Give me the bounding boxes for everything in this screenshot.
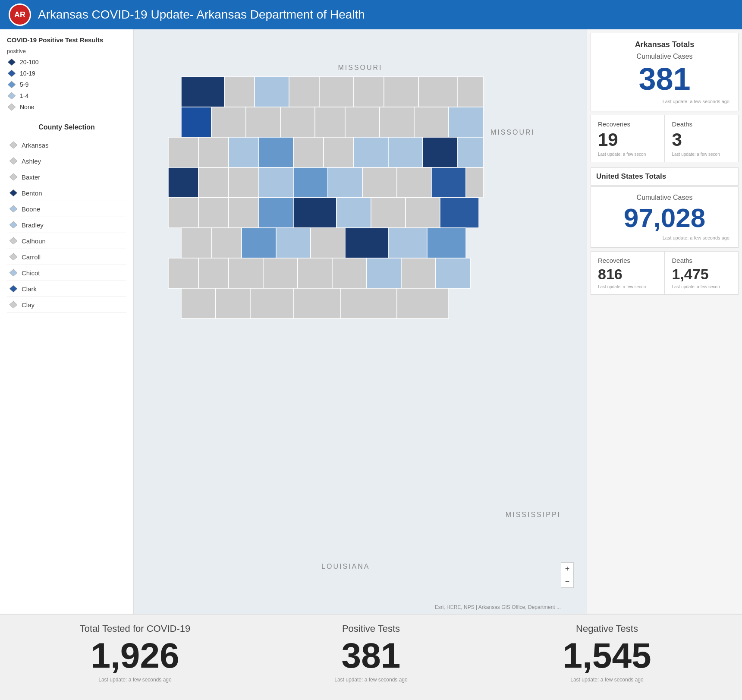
- svg-marker-27: [211, 107, 246, 137]
- svg-marker-14: [9, 285, 17, 292]
- svg-marker-40: [324, 137, 354, 167]
- legend-swatch: [7, 103, 16, 111]
- legend-label: 10-19: [20, 70, 35, 77]
- county-list-item[interactable]: Clark: [7, 281, 126, 297]
- svg-marker-54: [466, 167, 483, 198]
- svg-marker-2: [8, 81, 16, 88]
- map-area: MISSOURI MISSOURI MISSISSIPPI LOUISIANA: [134, 29, 587, 614]
- arkansas-cumulative-update: Last update: a few seconds ago: [600, 99, 729, 104]
- county-name: Arkansas: [22, 142, 49, 149]
- svg-marker-6: [9, 158, 17, 164]
- svg-marker-59: [293, 198, 336, 228]
- svg-marker-23: [418, 77, 457, 107]
- svg-marker-13: [9, 269, 17, 276]
- svg-marker-55: [168, 198, 198, 228]
- map-container: MISSOURI MISSOURI MISSISSIPPI LOUISIANA: [134, 29, 587, 614]
- svg-marker-53: [431, 167, 466, 198]
- legend-item: 10-19: [7, 69, 126, 78]
- arkansas-deaths-card: Deaths 3 Last update: a few secon: [665, 115, 739, 162]
- map-zoom-controls[interactable]: + −: [561, 562, 574, 588]
- arkansas-recoveries-number: 19: [598, 129, 657, 150]
- legend-swatch: [7, 91, 16, 100]
- county-selection-title: County Selection: [7, 123, 126, 131]
- legend-title: COVID-19 Positive Test Results: [7, 36, 126, 44]
- county-list-item[interactable]: Bradley: [7, 217, 126, 233]
- county-swatch: [9, 236, 18, 245]
- county-swatch: [9, 268, 18, 277]
- county-name: Carroll: [22, 253, 41, 261]
- us-recoveries-label: Recoveries: [598, 257, 657, 264]
- us-deaths-card: Deaths 1,475 Last update: a few secon: [665, 251, 739, 295]
- svg-marker-11: [9, 237, 17, 244]
- svg-marker-43: [423, 137, 457, 167]
- county-name: Chicot: [22, 269, 40, 277]
- svg-marker-12: [9, 253, 17, 260]
- arkansas-recoveries-card: Recoveries 19 Last update: a few secon: [591, 115, 665, 162]
- arkansas-cumulative-number: 381: [600, 62, 729, 96]
- legend-label: 5-9: [20, 81, 28, 88]
- total-tested-label: Total Tested for COVID-19: [80, 623, 190, 634]
- positive-tests-update: Last update: a few seconds ago: [334, 677, 407, 683]
- arkansas-deaths-update: Last update: a few secon: [672, 152, 732, 157]
- left-panel: COVID-19 Positive Test Results positive …: [0, 29, 134, 614]
- svg-marker-51: [362, 167, 397, 198]
- svg-marker-46: [198, 167, 229, 198]
- county-list-item[interactable]: Baxter: [7, 169, 126, 185]
- svg-marker-8: [9, 189, 17, 196]
- svg-marker-31: [345, 107, 380, 137]
- zoom-out-button[interactable]: −: [561, 575, 573, 587]
- positive-tests-label: Positive Tests: [342, 623, 400, 634]
- svg-marker-4: [8, 104, 16, 110]
- main-content: COVID-19 Positive Test Results positive …: [0, 29, 742, 614]
- total-tested-number: 1,926: [91, 638, 179, 673]
- us-recovery-deaths-row: Recoveries 816 Last update: a few secon …: [591, 251, 739, 295]
- positive-tests-stat: Positive Tests 381 Last update: a few se…: [253, 623, 489, 683]
- svg-marker-50: [328, 167, 362, 198]
- county-name: Baxter: [22, 173, 40, 181]
- county-list-item[interactable]: Clay: [7, 297, 126, 313]
- svg-marker-78: [367, 258, 401, 288]
- county-list-item[interactable]: Arkansas: [7, 137, 126, 153]
- county-name: Calhoun: [22, 237, 46, 245]
- svg-marker-80: [436, 258, 470, 288]
- svg-marker-21: [354, 77, 384, 107]
- legend-swatch: [7, 80, 16, 89]
- legend-item: 20-100: [7, 58, 126, 66]
- negative-tests-label: Negative Tests: [576, 623, 638, 634]
- negative-tests-stat: Negative Tests 1,545 Last update: a few …: [489, 623, 725, 683]
- svg-marker-0: [8, 59, 16, 66]
- county-swatch: [9, 173, 18, 181]
- svg-marker-52: [397, 167, 431, 198]
- county-swatch: [9, 157, 18, 165]
- svg-marker-26: [181, 107, 211, 137]
- svg-marker-74: [229, 258, 263, 288]
- county-list-item[interactable]: Carroll: [7, 249, 126, 265]
- county-name: Clark: [22, 285, 37, 293]
- svg-marker-9: [9, 205, 17, 212]
- svg-marker-68: [311, 228, 345, 258]
- county-list-item[interactable]: Calhoun: [7, 233, 126, 249]
- zoom-in-button[interactable]: +: [561, 563, 573, 575]
- county-swatch: [9, 205, 18, 213]
- county-list-item[interactable]: Boone: [7, 201, 126, 217]
- svg-marker-86: [397, 288, 449, 318]
- legend-item: 5-9: [7, 80, 126, 89]
- svg-marker-39: [293, 137, 324, 167]
- svg-marker-24: [457, 77, 483, 107]
- county-swatch: [9, 300, 18, 309]
- svg-marker-72: [168, 258, 198, 288]
- svg-marker-37: [229, 137, 259, 167]
- arkansas-deaths-number: 3: [672, 129, 732, 150]
- us-cumulative-label: Cumulative Cases: [600, 194, 729, 202]
- svg-marker-15: [9, 301, 17, 308]
- county-swatch: [9, 284, 18, 293]
- map-attribution: Esri, HERE, NPS | Arkansas GIS Office, D…: [435, 604, 561, 610]
- svg-marker-44: [457, 137, 483, 167]
- svg-marker-64: [181, 228, 211, 258]
- arkansas-recovery-deaths-row: Recoveries 19 Last update: a few secon D…: [591, 115, 739, 162]
- county-list-item[interactable]: Benton: [7, 185, 126, 201]
- county-list-item[interactable]: Chicot: [7, 265, 126, 281]
- positive-tests-number: 381: [342, 638, 401, 673]
- county-list-item[interactable]: Ashley: [7, 153, 126, 169]
- svg-marker-20: [319, 77, 354, 107]
